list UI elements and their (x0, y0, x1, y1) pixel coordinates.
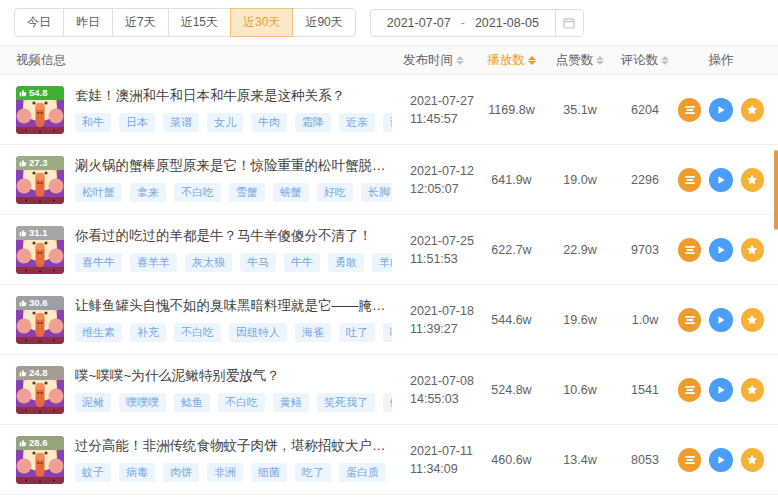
sort-icons-publish-time[interactable] (456, 56, 464, 65)
play-video-button[interactable] (709, 168, 732, 192)
video-meta: 过分高能！非洲传统食物蚊子肉饼，堪称招蚊大户的翻身菜！ 蚊子病毒肉饼非洲细菌吃了… (75, 437, 392, 481)
actions-cell (678, 238, 778, 262)
play-count-value: 622.7w (475, 243, 548, 257)
video-tag: 吃了 (295, 463, 331, 481)
video-tag: 黄鳝 (273, 393, 309, 411)
video-tag: 灰太狼 (185, 253, 232, 271)
video-tag: 鲶鱼 (174, 393, 210, 411)
sort-icons-comment-count[interactable] (661, 56, 669, 65)
favorite-button[interactable] (741, 168, 764, 192)
score-value: 31.1 (29, 227, 48, 238)
thumbs-up-icon (19, 229, 27, 237)
publish-time: 11:39:27 (410, 320, 475, 338)
video-tag: 因纽特人 (229, 323, 287, 341)
video-tag: 菜谱 (163, 113, 199, 131)
video-title[interactable]: 过分高能！非洲传统食物蚊子肉饼，堪称招蚊大户的翻身菜！ (75, 437, 392, 455)
date-range-picker[interactable]: 2021-07-07 - 2021-08-05 (370, 9, 584, 37)
column-publish-time[interactable]: 发布时间 (392, 52, 475, 69)
play-count-value: 524.8w (475, 383, 548, 397)
play-video-button[interactable] (709, 238, 732, 262)
date-range-end: 2021-08-05 (475, 16, 539, 30)
favorite-button[interactable] (741, 98, 764, 122)
video-tag: 吐了 (339, 323, 375, 341)
detail-lines-icon (684, 104, 696, 116)
video-tag: 病毒 (119, 463, 155, 481)
column-comment-count[interactable]: 评论数 (612, 52, 678, 69)
video-tag: 海雀 (295, 323, 331, 341)
favorite-button[interactable] (741, 308, 764, 332)
detail-lines-icon (684, 244, 696, 256)
video-tag: 肉饼 (163, 463, 199, 481)
video-tag: 喜羊羊 (130, 253, 177, 271)
video-tag: 长脚 (361, 183, 392, 201)
video-meta: 噗~噗噗~为什么泥鳅特别爱放气？ 泥鳅噗噗噗鲶鱼不白吃黄鳝笑死我了鲤鱼国宝 (75, 367, 392, 411)
video-title[interactable]: 让鲱鱼罐头自愧不如的臭味黑暗料理就是它——腌海雀！ (75, 297, 392, 315)
filter-button[interactable]: 今日 (14, 8, 64, 37)
thumbs-up-icon (19, 439, 27, 447)
data-detail-button[interactable] (678, 238, 701, 262)
video-tag: 笑死我了 (317, 393, 375, 411)
actions-cell (678, 98, 778, 122)
calendar-icon[interactable] (555, 10, 583, 36)
table-row: 27.3 涮火锅的蟹棒原型原来是它！惊险重重的松叶蟹脱壳之旅~ 松叶蟹拿来不白吃… (0, 145, 778, 215)
filter-button[interactable]: 近7天 (112, 8, 169, 37)
video-thumbnail[interactable]: 28.6 (16, 436, 64, 484)
play-icon (716, 385, 726, 395)
column-actions: 操作 (678, 52, 778, 69)
publish-time: 14:55:03 (410, 390, 475, 408)
filter-bar: 今日昨日近7天近15天近30天近90天 2021-07-07 - 2021-08… (0, 0, 778, 45)
video-thumbnail[interactable]: 24.8 (16, 366, 64, 414)
video-tag: 牛肉 (251, 113, 287, 131)
star-icon (746, 244, 758, 256)
sort-icons-like-count[interactable] (596, 56, 604, 65)
video-thumbnail[interactable]: 54.8 (16, 86, 64, 134)
video-thumbnail[interactable]: 31.1 (16, 226, 64, 274)
play-video-button[interactable] (709, 378, 732, 402)
video-title[interactable]: 你看过的吃过的羊都是牛？马牛羊傻傻分不清了！ (75, 227, 392, 245)
play-video-button[interactable] (709, 98, 732, 122)
video-thumbnail[interactable]: 27.3 (16, 156, 64, 204)
play-video-button[interactable] (709, 448, 732, 472)
favorite-button[interactable] (741, 238, 764, 262)
video-info-cell: 24.8 噗~噗噗~为什么泥鳅特别爱放气？ 泥鳅噗噗噗鲶鱼不白吃黄鳝笑死我了鲤鱼… (16, 366, 392, 414)
filter-button[interactable]: 昨日 (63, 8, 113, 37)
video-meta: 你看过的吃过的羊都是牛？马牛羊傻傻分不清了！ 喜牛牛喜羊羊灰太狼牛马牛牛勇敢羊肉… (75, 227, 392, 271)
publish-time-cell: 2021-07-27 11:45:57 (392, 92, 475, 128)
video-tag: 谈恋爱 (383, 113, 392, 131)
favorite-button[interactable] (741, 378, 764, 402)
filter-button[interactable]: 近15天 (168, 8, 231, 37)
column-like-count[interactable]: 点赞数 (548, 52, 612, 69)
video-tag: 霜降 (295, 113, 331, 131)
favorite-button[interactable] (741, 448, 764, 472)
detail-lines-icon (684, 314, 696, 326)
table-row: 54.8 套娃！澳洲和牛和日本和牛原来是这种关系？ 和牛日本菜谱女儿牛肉霜降近亲… (0, 75, 778, 145)
video-title[interactable]: 套娃！澳洲和牛和日本和牛原来是这种关系？ (75, 87, 392, 105)
filter-button[interactable]: 近30天 (230, 8, 293, 37)
video-tag: 维生素 (75, 323, 122, 341)
sort-icons-play-count[interactable] (528, 56, 536, 65)
data-detail-button[interactable] (678, 378, 701, 402)
actions-cell (678, 308, 778, 332)
data-detail-button[interactable] (678, 168, 701, 192)
video-title[interactable]: 噗~噗噗~为什么泥鳅特别爱放气？ (75, 367, 392, 385)
video-title[interactable]: 涮火锅的蟹棒原型原来是它！惊险重重的松叶蟹脱壳之旅~ (75, 157, 392, 175)
date-quick-filters: 今日昨日近7天近15天近30天近90天 (14, 8, 356, 37)
tag-list: 和牛日本菜谱女儿牛肉霜降近亲谈恋爱近亲结婚 (75, 113, 392, 131)
play-icon (716, 245, 726, 255)
score-badge: 54.8 (16, 86, 64, 100)
publish-time: 11:45:57 (410, 110, 475, 128)
data-detail-button[interactable] (678, 308, 701, 332)
data-detail-button[interactable] (678, 448, 701, 472)
play-video-button[interactable] (709, 308, 732, 332)
publish-time-cell: 2021-07-11 11:34:09 (392, 442, 475, 478)
data-detail-button[interactable] (678, 98, 701, 122)
column-play-count[interactable]: 播放数 (475, 52, 548, 69)
date-range-separator: - (461, 16, 465, 30)
video-tag: 近亲 (339, 113, 375, 131)
video-thumbnail[interactable]: 30.6 (16, 296, 64, 344)
score-badge: 30.6 (16, 296, 64, 310)
filter-button[interactable]: 近90天 (292, 8, 355, 37)
scrollbar-thumb[interactable] (774, 150, 778, 230)
video-tag: 蚊子 (75, 463, 111, 481)
score-value: 54.8 (29, 87, 48, 98)
